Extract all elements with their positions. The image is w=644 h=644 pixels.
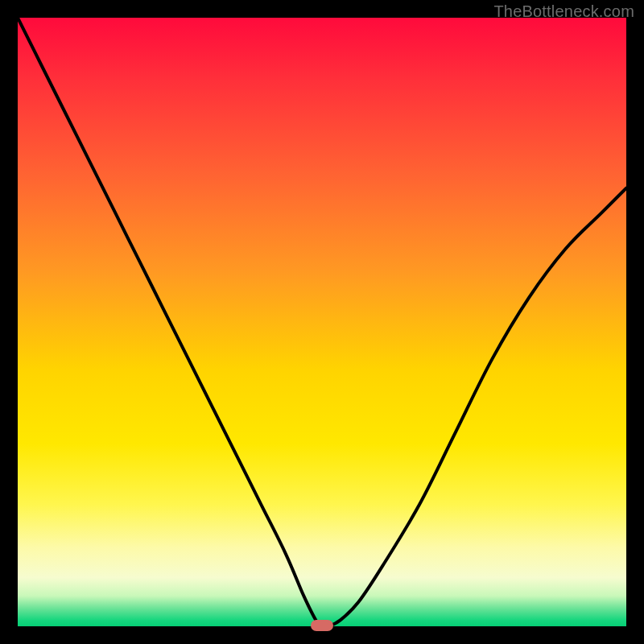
bottleneck-curve xyxy=(18,18,626,626)
minimum-marker xyxy=(311,620,333,631)
chart-frame: TheBottleneck.com xyxy=(0,0,644,644)
plot-area xyxy=(18,18,626,626)
watermark-text: TheBottleneck.com xyxy=(493,2,634,21)
